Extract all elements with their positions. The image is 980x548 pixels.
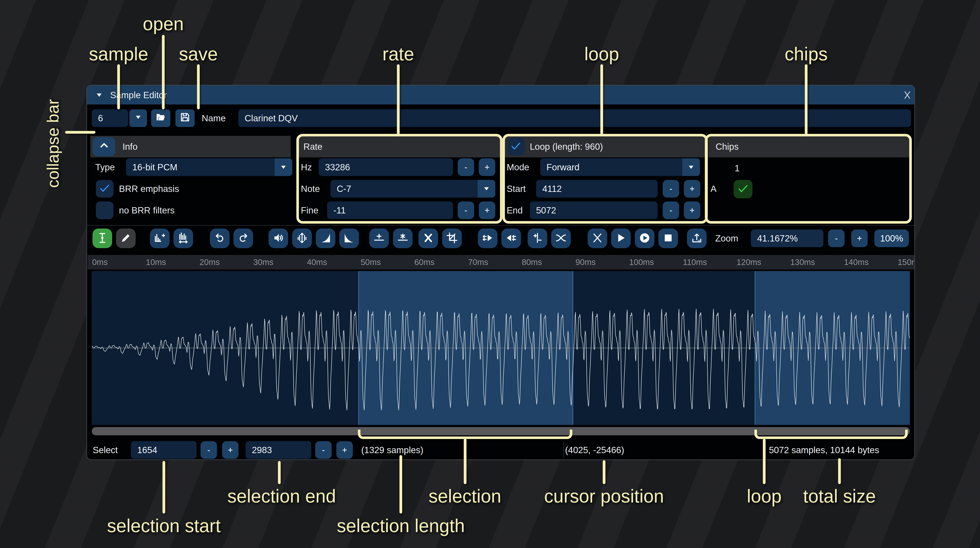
annotation-rate: rate	[382, 43, 414, 65]
annotation-selection: selection	[429, 486, 501, 507]
info-panel-title: Info	[123, 136, 138, 158]
ruler-tick: 150ms	[898, 255, 915, 269]
type-dropdown[interactable]: 16-bit PCM	[126, 158, 292, 176]
pencil-icon	[120, 232, 132, 245]
select-icon	[96, 232, 108, 245]
shift-right-button[interactable]	[501, 229, 521, 248]
annotation-open: open	[143, 13, 184, 35]
total-size-text: 5072 samples, 10144 bytes	[769, 441, 879, 459]
zoom-in-button[interactable]: +	[851, 229, 868, 247]
fade-in-icon	[320, 232, 331, 245]
selection-start-plus-button[interactable]: +	[222, 441, 239, 459]
selection-end-field[interactable]: 2983	[246, 441, 311, 459]
save-button[interactable]	[175, 109, 195, 127]
selection-start-minus-button[interactable]: -	[200, 441, 217, 459]
chevron-down-icon	[134, 113, 142, 123]
annotation-chips: chips	[784, 43, 827, 65]
close-icon[interactable]	[902, 86, 913, 105]
floppy-disk-icon	[180, 112, 191, 125]
amplify-button[interactable]	[292, 229, 312, 248]
zoom-field[interactable]: 41.1672%	[751, 229, 823, 247]
type-label: Type	[95, 158, 115, 176]
draw-tool[interactable]	[116, 229, 136, 248]
annotation-loop-bottom: loop	[747, 486, 782, 507]
annotation-selection-bracket	[358, 430, 572, 439]
annotation-selection-end: selection end	[228, 486, 336, 507]
shift-left-button[interactable]	[478, 229, 498, 248]
insert-sample-button[interactable]	[150, 229, 170, 248]
selection-length-text: (1329 samples)	[361, 441, 423, 459]
annotation-selection-start-line	[162, 461, 165, 513]
ruler-tick: 70ms	[468, 255, 488, 269]
fade-out-button[interactable]	[339, 229, 359, 248]
delete-button[interactable]	[418, 229, 438, 248]
titlebar[interactable]: Sample Editor	[87, 86, 914, 105]
annotation-total-size: total size	[803, 486, 876, 507]
annotation-save-line	[197, 64, 200, 109]
window-collapse-icon[interactable]	[95, 86, 103, 105]
open-button[interactable]	[151, 109, 170, 127]
stop-button[interactable]	[659, 229, 678, 248]
create-silence-button[interactable]	[393, 229, 412, 248]
annotation-loop-bracket	[754, 430, 908, 439]
silence-plus-icon	[373, 232, 385, 245]
no-brr-filters-label: no BRR filters	[119, 201, 175, 219]
preview-button[interactable]	[611, 229, 631, 248]
crop-button[interactable]	[442, 229, 462, 248]
redo-button[interactable]	[234, 229, 253, 248]
chevron-down-icon[interactable]	[275, 158, 292, 176]
volume-button[interactable]	[269, 229, 288, 248]
annotation-save: save	[179, 43, 218, 65]
zoom-reset-button[interactable]: 100%	[874, 229, 909, 247]
ruler-tick: 50ms	[361, 255, 381, 269]
delete-x-icon	[422, 232, 434, 245]
sample-dropdown-button[interactable]	[129, 109, 147, 127]
annotation-chips-line	[805, 64, 808, 135]
brr-emphasis-label: BRR emphasis	[119, 180, 179, 198]
annotation-selection-end-line	[278, 461, 281, 484]
open-folder-icon	[155, 112, 166, 125]
undo-button[interactable]	[210, 229, 229, 248]
waveform-display[interactable]	[92, 271, 910, 425]
selection-start-field[interactable]: 1654	[131, 441, 197, 459]
resize-sample-button[interactable]	[173, 229, 193, 248]
annotation-selection-start: selection start	[107, 515, 221, 537]
shift-right-icon	[505, 232, 517, 245]
ruler-tick: 120ms	[737, 255, 761, 269]
play-sample-button[interactable]	[635, 229, 654, 248]
annotation-selection-length-line	[399, 455, 402, 513]
silence-star-icon	[397, 232, 409, 245]
wave-width-icon	[177, 232, 189, 245]
ruler-tick: 130ms	[790, 255, 815, 269]
adjust-button[interactable]	[528, 229, 547, 248]
stop-icon	[662, 232, 674, 245]
swap-button[interactable]	[588, 229, 607, 248]
annotation-loop-line	[600, 64, 603, 135]
swap-icon	[592, 232, 603, 245]
sample-number-field[interactable]: 6	[92, 109, 128, 127]
selection-end-minus-button[interactable]: -	[315, 441, 332, 459]
ruler-tick: 90ms	[576, 255, 596, 269]
no-brr-filters-checkbox[interactable]	[96, 201, 113, 219]
crossfade-button[interactable]	[551, 229, 571, 248]
collapse-bar-button[interactable]	[93, 137, 115, 156]
annotation-chips-box	[705, 134, 912, 224]
annotation-cursor-position: cursor position	[544, 486, 664, 507]
crossfade-icon	[555, 232, 567, 245]
wave-plus-icon	[154, 232, 165, 245]
ruler-tick: 20ms	[199, 255, 220, 269]
zoom-out-button[interactable]: -	[828, 229, 845, 247]
fade-in-button[interactable]	[316, 229, 336, 248]
brr-emphasis-checkbox[interactable]	[96, 180, 113, 198]
select-tool[interactable]	[92, 229, 112, 248]
undo-icon	[214, 232, 226, 245]
amplify-icon	[296, 232, 308, 245]
selection-end-plus-button[interactable]: +	[336, 441, 353, 459]
ruler-tick: 110ms	[683, 255, 707, 269]
export-button[interactable]	[687, 229, 706, 248]
annotation-sample-line	[117, 64, 120, 109]
name-field[interactable]: Clarinet DQV	[238, 109, 911, 127]
annotation-cursor-position-line	[603, 460, 605, 484]
zoom-label: Zoom	[715, 229, 738, 247]
insert-silence-button[interactable]	[369, 229, 389, 248]
